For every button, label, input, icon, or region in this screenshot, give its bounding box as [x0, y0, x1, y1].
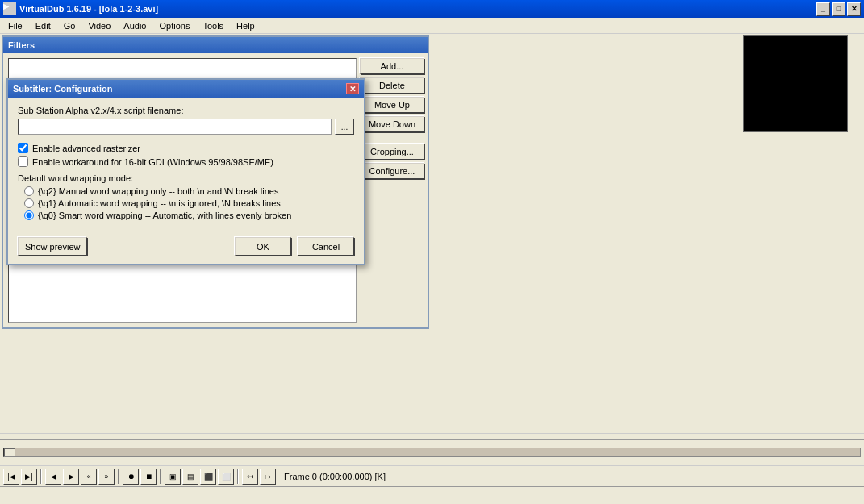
toolbar-sep-2 — [118, 469, 119, 484]
add-button[interactable]: Add... — [360, 58, 424, 74]
title-bar-controls: _ □ ✕ — [816, 2, 861, 16]
radio2-label: {\q1} Automatic word wrapping -- \n is i… — [38, 198, 281, 208]
move-down-button[interactable]: Move Down — [360, 116, 424, 132]
filename-label: Sub Station Alpha v2.x/4.x script filena… — [18, 106, 354, 115]
move-up-button[interactable]: Move Up — [360, 97, 424, 113]
menu-go[interactable]: Go — [57, 19, 82, 32]
menu-help[interactable]: Help — [230, 19, 261, 32]
toolbar-sep-3 — [160, 469, 161, 484]
cancel-button[interactable]: Cancel — [298, 237, 354, 256]
radio3-row: {\q0} Smart word wrapping -- Automatic, … — [18, 210, 354, 220]
radio1-row: {\q2} Manual word wrapping only -- both … — [18, 186, 354, 196]
advanced-rasterizer-label: Enable advanced rasterizer — [32, 144, 140, 153]
menu-bar: File Edit Go Video Audio Options Tools H… — [0, 18, 864, 34]
main-content: Filters Add... Delete Move Up Move Down … — [0, 34, 864, 504]
toolbar-btn-8[interactable]: ⏹ — [140, 469, 157, 485]
menu-options[interactable]: Options — [152, 19, 196, 32]
toolbar-btn-11[interactable]: ⬛ — [200, 469, 216, 485]
dialog-title: Subtitler: Configuration — [13, 84, 112, 94]
radio3-label: {\q0} Smart word wrapping -- Automatic, … — [38, 210, 291, 220]
configure-button[interactable]: Configure... — [360, 163, 424, 179]
toolbar-btn-1[interactable]: |◀ — [3, 469, 19, 485]
dialog-close-button[interactable]: ✕ — [346, 83, 359, 94]
app-window: ▶ VirtualDub 1.6.19 - [Iola 1-2-3.avi] _… — [0, 0, 864, 504]
timeline-area — [0, 439, 864, 464]
delete-button[interactable]: Delete — [360, 77, 424, 94]
filters-buttons: Add... Delete Move Up Move Down Cropping… — [357, 53, 428, 327]
title-bar: ▶ VirtualDub 1.6.19 - [Iola 1-2-3.avi] _… — [0, 0, 864, 18]
word-wrap-label: Default word wrapping mode: — [18, 173, 354, 183]
filename-row: ... — [18, 119, 354, 135]
app-icon: ▶ — [3, 2, 16, 15]
checkbox2-row: Enable workaround for 16-bit GDI (Window… — [18, 156, 354, 167]
show-preview-button[interactable]: Show preview — [18, 237, 87, 256]
toolbar-btn-5[interactable]: « — [81, 469, 97, 485]
toolbar-btn-7[interactable]: ⏺ — [123, 469, 139, 485]
close-button[interactable]: ✕ — [847, 2, 861, 16]
minimize-button[interactable]: _ — [816, 2, 830, 16]
toolbar-btn-14[interactable]: ↦ — [260, 469, 276, 485]
app-title: VirtualDub 1.6.19 - [Iola 1-2-3.avi] — [19, 4, 158, 14]
subtitler-dialog: Subtitler: Configuration ✕ Sub Station A… — [6, 78, 365, 265]
toolbar-sep-4 — [237, 469, 239, 484]
menu-file[interactable]: File — [2, 19, 29, 32]
status-bar — [0, 486, 864, 504]
menu-edit[interactable]: Edit — [29, 19, 57, 32]
maximize-button[interactable]: □ — [832, 2, 845, 16]
toolbar-sep-1 — [40, 469, 42, 484]
cropping-button[interactable]: Cropping... — [360, 144, 424, 160]
menu-audio[interactable]: Audio — [117, 19, 152, 32]
dialog-footer: Show preview OK Cancel — [8, 231, 364, 264]
filename-input[interactable] — [18, 119, 332, 135]
toolbar-btn-2[interactable]: ▶| — [21, 469, 37, 485]
ok-button[interactable]: OK — [235, 237, 291, 256]
checkbox1-row: Enable advanced rasterizer — [18, 143, 354, 153]
gdi-workaround-label: Enable workaround for 16-bit GDI (Window… — [32, 157, 273, 167]
radio1-label: {\q2} Manual word wrapping only -- both … — [38, 186, 278, 196]
toolbar-btn-13[interactable]: ↤ — [242, 469, 258, 485]
dialog-title-bar: Subtitler: Configuration ✕ — [8, 80, 364, 98]
dialog-body: Sub Station Alpha v2.x/4.x script filena… — [8, 98, 364, 231]
radio-q0[interactable] — [24, 210, 34, 220]
radio-q1[interactable] — [24, 198, 34, 208]
filters-label: Filters — [8, 40, 35, 50]
preview-area — [743, 35, 848, 132]
menu-video[interactable]: Video — [81, 19, 117, 32]
toolbar-btn-12[interactable]: ⬜ — [218, 469, 234, 485]
browse-button[interactable]: ... — [335, 119, 354, 135]
timeline-thumb[interactable] — [4, 448, 15, 456]
toolbar-area: |◀ ▶| ◀ ▶ « » ⏺ ⏹ ▣ ▤ ⬛ ⬜ ↤ ↦ Frame 0 (0… — [0, 465, 864, 486]
toolbar-btn-10[interactable]: ▤ — [182, 469, 198, 485]
radio-q2[interactable] — [24, 186, 34, 196]
toolbar-btn-6[interactable]: » — [98, 469, 115, 485]
toolbar-btn-3[interactable]: ◀ — [45, 469, 61, 485]
toolbar-btn-4[interactable]: ▶ — [63, 469, 79, 485]
toolbar-btn-9[interactable]: ▣ — [165, 469, 181, 485]
gdi-workaround-checkbox[interactable] — [18, 156, 28, 167]
frame-info: Frame 0 (0:00:00.000) [K] — [284, 472, 386, 481]
radio2-row: {\q1} Automatic word wrapping -- \n is i… — [18, 198, 354, 208]
advanced-rasterizer-checkbox[interactable] — [18, 143, 28, 153]
menu-tools[interactable]: Tools — [196, 19, 230, 32]
filters-title: Filters — [3, 37, 428, 53]
timeline-slider[interactable] — [3, 448, 861, 457]
